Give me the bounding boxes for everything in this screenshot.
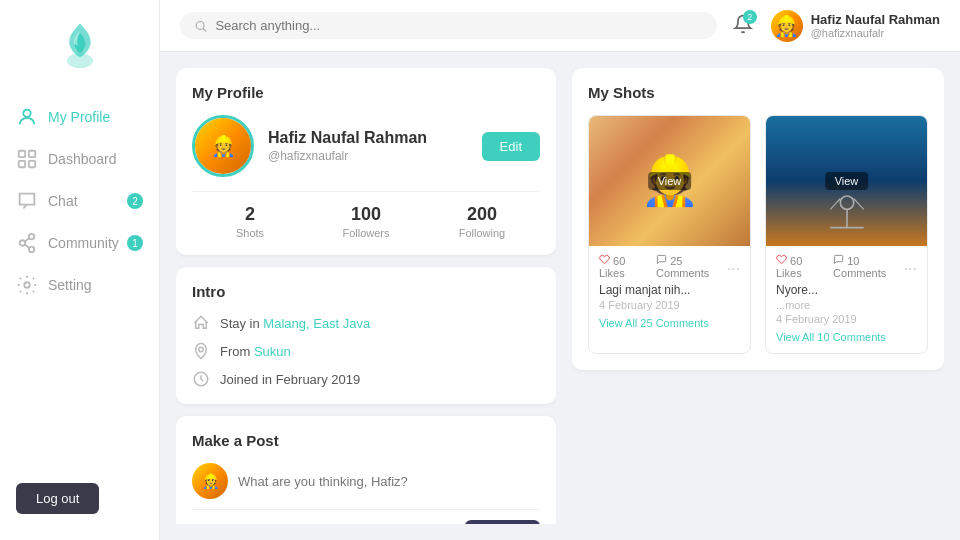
search-icon (194, 19, 207, 33)
satellite-icon (822, 186, 872, 236)
sidebar-label-profile: My Profile (48, 109, 110, 125)
shot1-date: 4 February 2019 (599, 299, 740, 311)
post-avatar: 👷 (192, 463, 228, 499)
shot-image-1: 👷 View (589, 116, 750, 246)
svg-rect-2 (19, 151, 25, 157)
topbar-user-info: 👷 Hafiz Naufal Rahman @hafizxnaufalr (771, 10, 940, 42)
grid-icon (16, 148, 38, 170)
main-content: 2 👷 Hafiz Naufal Rahman @hafizxnaufalr M… (160, 0, 960, 540)
calendar-icon (192, 370, 210, 388)
heart-icon-1 (599, 254, 610, 265)
shot-item-1: 👷 View 60 Likes (588, 115, 751, 354)
profile-row: 👷 Hafiz Naufal Rahman @hafizxnaufalr Edi… (192, 115, 540, 177)
followers-count: 100 (308, 204, 424, 225)
search-bar (180, 12, 717, 39)
chat-icon (16, 190, 38, 212)
logout-button[interactable]: Log out (16, 483, 99, 514)
sidebar-label-dashboard: Dashboard (48, 151, 117, 167)
shot1-title: Lagi manjat nih... (599, 283, 740, 297)
svg-line-21 (830, 199, 840, 210)
svg-line-9 (25, 238, 30, 242)
shot-footer-2: 60 Likes 10 Comments ··· (776, 254, 917, 283)
svg-point-14 (199, 347, 204, 352)
shot-more-1[interactable]: ··· (727, 260, 740, 278)
profile-name: Hafiz Naufal Rahman (268, 129, 427, 147)
app-logo-icon (52, 16, 108, 72)
svg-point-18 (840, 196, 853, 209)
edit-profile-button[interactable]: Edit (482, 132, 540, 161)
notification-badge: 2 (743, 10, 757, 24)
comment-icon-1 (656, 254, 667, 265)
shot-info-1: 60 Likes 25 Comments ··· Lagi manjat nih (589, 246, 750, 339)
home-icon (192, 314, 210, 332)
sidebar-item-dashboard[interactable]: Dashboard (0, 138, 159, 180)
notification-button[interactable]: 2 (729, 10, 757, 41)
shot-image-2: View (766, 116, 927, 246)
sidebar-item-profile[interactable]: My Profile (0, 96, 159, 138)
profile-avatar: 👷 (192, 115, 254, 177)
link-icon (16, 232, 38, 254)
make-a-post-card: Make a Post 👷 Picture/Video Share (176, 416, 556, 524)
svg-line-10 (25, 244, 30, 248)
svg-line-13 (203, 28, 206, 31)
svg-line-22 (853, 199, 863, 210)
heart-icon-2 (776, 254, 787, 265)
shot-stats-2: 60 Likes 10 Comments (776, 254, 904, 279)
svg-point-12 (196, 21, 204, 29)
topbar: 2 👷 Hafiz Naufal Rahman @hafizxnaufalr (160, 0, 960, 52)
following-label: Following (424, 227, 540, 239)
sidebar: My Profile Dashboard Chat 2 Community 1 … (0, 0, 160, 540)
post-card-title: Make a Post (192, 432, 540, 449)
shots-count: 2 (192, 204, 308, 225)
person-icon (16, 106, 38, 128)
shots-label: Shots (192, 227, 308, 239)
svg-rect-5 (29, 161, 35, 167)
profile-card: My Profile 👷 Hafiz Naufal Rahman @hafizx… (176, 68, 556, 255)
sidebar-item-chat[interactable]: Chat 2 (0, 180, 159, 222)
sidebar-label-chat: Chat (48, 193, 78, 209)
topbar-right: 2 👷 Hafiz Naufal Rahman @hafizxnaufalr (729, 10, 940, 42)
shot2-view-all[interactable]: View All 10 Comments (776, 331, 886, 343)
stat-followers: 100 Followers (308, 204, 424, 239)
right-column: My Shots 👷 View (572, 68, 944, 524)
post-footer: Picture/Video Share (192, 509, 540, 524)
location-malang-link[interactable]: Malang, East Java (263, 316, 370, 331)
shot-more-2[interactable]: ··· (904, 260, 917, 278)
profile-card-title: My Profile (192, 84, 540, 101)
post-input-row: 👷 (192, 463, 540, 499)
post-text-input[interactable] (238, 474, 540, 489)
shots-grid: 👷 View 60 Likes (588, 115, 928, 354)
shot2-title: Nyore... (776, 283, 917, 297)
shot-item-2: View 60 Likes (765, 115, 928, 354)
shot-footer-1: 60 Likes 25 Comments ··· (599, 254, 740, 283)
shots-card: My Shots 👷 View (572, 68, 944, 370)
svg-rect-4 (19, 161, 25, 167)
gear-icon (16, 274, 38, 296)
chat-badge: 2 (127, 193, 143, 209)
shot2-meta: ...more (776, 299, 917, 311)
shot-info-2: 60 Likes 10 Comments ··· Nyore... (766, 246, 927, 353)
shot-view-button-1[interactable]: View (648, 172, 692, 190)
search-input[interactable] (215, 18, 702, 33)
stat-following: 200 Following (424, 204, 540, 239)
logo-area (0, 16, 159, 72)
intro-item-from: From Sukun (192, 342, 540, 360)
shot-view-button-2[interactable]: View (825, 172, 869, 190)
shot1-view-all[interactable]: View All 25 Comments (599, 317, 709, 329)
community-badge: 1 (127, 235, 143, 251)
following-count: 200 (424, 204, 540, 225)
intro-card-title: Intro (192, 283, 540, 300)
shot-stats-1: 60 Likes 25 Comments (599, 254, 727, 279)
sidebar-item-setting[interactable]: Setting (0, 264, 159, 306)
sidebar-item-community[interactable]: Community 1 (0, 222, 159, 264)
location-sukun-link[interactable]: Sukun (254, 344, 291, 359)
comment-icon-2 (833, 254, 844, 265)
location-pin-icon (192, 342, 210, 360)
share-button[interactable]: Share (465, 520, 540, 524)
left-column: My Profile 👷 Hafiz Naufal Rahman @hafizx… (176, 68, 556, 524)
intro-item-joined: Joined in February 2019 (192, 370, 540, 388)
stats-row: 2 Shots 100 Followers 200 Following (192, 191, 540, 239)
profile-handle: @hafizxnaufalr (268, 149, 427, 163)
topbar-avatar: 👷 (771, 10, 803, 42)
topbar-user-name: Hafiz Naufal Rahman (811, 12, 940, 27)
